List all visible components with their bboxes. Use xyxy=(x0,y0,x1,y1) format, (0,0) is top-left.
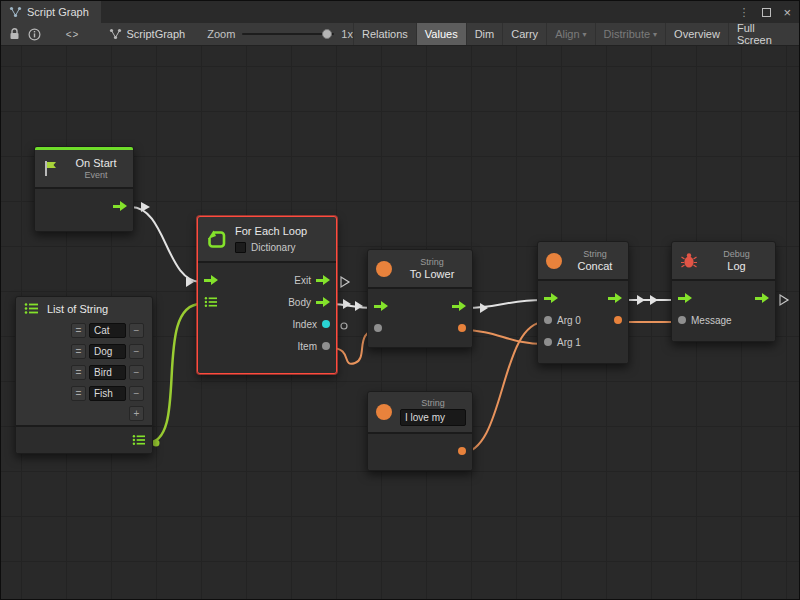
node-string-literal[interactable]: String xyxy=(367,391,473,471)
list-output-port[interactable] xyxy=(132,434,146,446)
tab-title: Script Graph xyxy=(27,6,89,18)
zoom-slider[interactable] xyxy=(242,33,334,35)
wire-list-foreach[interactable] xyxy=(147,304,201,443)
graph-icon xyxy=(109,28,122,40)
lock-button[interactable] xyxy=(5,25,25,43)
remove-item-button[interactable]: − xyxy=(129,323,144,338)
wire-arrow xyxy=(355,301,363,311)
port-index[interactable] xyxy=(322,320,330,328)
lock-icon xyxy=(9,28,20,40)
code-view-button[interactable]: <> xyxy=(63,25,83,43)
list-item-input[interactable] xyxy=(89,323,126,338)
zoom-control: Zoom 1x xyxy=(207,28,353,40)
wire-tolower-concat[interactable] xyxy=(467,300,543,308)
node-on-start[interactable]: On Start Event xyxy=(34,146,134,232)
window-close-icon[interactable]: × xyxy=(783,6,791,19)
list-item-row: = − xyxy=(16,320,152,341)
graph-name-label: ScriptGraph xyxy=(127,28,186,40)
flow-input-port[interactable] xyxy=(204,275,218,286)
graph-canvas[interactable]: On Start Event List of String xyxy=(1,46,800,600)
string-output-port[interactable] xyxy=(458,324,466,332)
dim-button[interactable]: Dim xyxy=(466,23,503,45)
port-arg1[interactable] xyxy=(544,338,552,346)
node-category: String xyxy=(421,398,445,408)
flow-input-port[interactable] xyxy=(544,293,558,304)
wire-arrow xyxy=(480,303,488,313)
window-menu-icon[interactable]: ⋮ xyxy=(738,6,750,19)
overview-button[interactable]: Overview xyxy=(665,23,728,45)
node-title: To Lower xyxy=(410,268,455,280)
list-item-input[interactable] xyxy=(89,344,126,359)
toolbar-buttons: Relations Values Dim Carry Align▾ Distri… xyxy=(353,23,797,45)
chevron-down-icon: ▾ xyxy=(583,30,587,39)
tab-script-graph[interactable]: Script Graph xyxy=(1,1,101,23)
relations-button[interactable]: Relations xyxy=(353,23,416,45)
align-button[interactable]: Align▾ xyxy=(546,23,594,45)
flow-output-port[interactable] xyxy=(452,301,466,312)
wire-literal-arg0[interactable] xyxy=(461,322,545,453)
node-title: Concat xyxy=(578,260,613,272)
port-arg0[interactable] xyxy=(544,316,552,324)
list-item-row: = − xyxy=(16,341,152,362)
port-label: Arg 1 xyxy=(557,337,581,348)
inspect-button[interactable] xyxy=(25,25,45,43)
node-debug-log[interactable]: Debug Log Message xyxy=(671,241,776,342)
list-item-input[interactable] xyxy=(89,365,126,380)
node-for-each-loop[interactable]: For Each Loop Dictionary Exit xyxy=(197,216,337,374)
drag-handle-icon[interactable]: = xyxy=(71,365,86,380)
zoom-value: 1x xyxy=(341,28,353,40)
remove-item-button[interactable]: − xyxy=(129,344,144,359)
collection-input-port[interactable] xyxy=(204,296,218,308)
loop-icon xyxy=(206,229,227,250)
unconnected-value-indicator xyxy=(341,323,347,329)
node-title: For Each Loop xyxy=(235,225,307,237)
node-list-of-string[interactable]: List of String = − = − = − xyxy=(15,296,153,454)
carry-button[interactable]: Carry xyxy=(502,23,546,45)
drag-handle-icon[interactable]: = xyxy=(71,344,86,359)
fullscreen-button[interactable]: Full Screen xyxy=(728,23,797,45)
script-graph-window: Script Graph ⋮ × <> xyxy=(0,0,800,600)
dictionary-checkbox[interactable] xyxy=(235,242,246,253)
node-category: Debug xyxy=(723,249,750,259)
zoom-label: Zoom xyxy=(207,28,235,40)
code-icon: <> xyxy=(66,29,80,40)
port-exit[interactable] xyxy=(316,275,330,286)
window-controls: ⋮ × xyxy=(738,1,800,23)
bug-icon xyxy=(680,252,698,269)
flow-output-port[interactable] xyxy=(113,201,127,212)
unconnected-flow-indicator xyxy=(780,295,788,305)
wire-arrow xyxy=(343,299,351,309)
port-label: Item xyxy=(298,341,317,352)
list-item-input[interactable] xyxy=(89,386,126,401)
port-message[interactable] xyxy=(678,316,686,324)
flow-output-port[interactable] xyxy=(755,293,769,304)
result-output-port[interactable] xyxy=(614,316,622,324)
remove-item-button[interactable]: − xyxy=(129,386,144,401)
drag-handle-icon[interactable]: = xyxy=(71,323,86,338)
string-unit-icon xyxy=(376,261,392,277)
zoom-slider-thumb[interactable] xyxy=(322,29,332,39)
flow-input-port[interactable] xyxy=(678,293,692,304)
unconnected-flow-indicator xyxy=(341,277,349,287)
string-input-port[interactable] xyxy=(374,324,382,332)
wire-tolower-arg1[interactable] xyxy=(461,330,545,344)
drag-handle-icon[interactable]: = xyxy=(71,386,86,401)
port-label: Exit xyxy=(294,275,311,286)
graph-name: ScriptGraph xyxy=(109,28,186,40)
wire-onstart-foreach[interactable] xyxy=(131,207,201,282)
flow-input-port[interactable] xyxy=(374,301,388,312)
window-maximize-icon[interactable] xyxy=(762,8,771,17)
add-item-button[interactable]: + xyxy=(129,406,144,421)
remove-item-button[interactable]: − xyxy=(129,365,144,380)
string-value-input[interactable] xyxy=(400,409,466,426)
distribute-button[interactable]: Distribute▾ xyxy=(595,23,665,45)
node-concat[interactable]: String Concat Arg 0 Arg 1 xyxy=(537,241,629,364)
port-item[interactable] xyxy=(322,342,330,350)
port-body[interactable] xyxy=(316,297,330,308)
values-button[interactable]: Values xyxy=(416,23,466,45)
node-to-lower[interactable]: String To Lower xyxy=(367,249,473,348)
string-output-port[interactable] xyxy=(458,447,466,455)
info-icon xyxy=(28,28,41,41)
list-item-row: = − xyxy=(16,362,152,383)
flow-output-port[interactable] xyxy=(608,293,622,304)
